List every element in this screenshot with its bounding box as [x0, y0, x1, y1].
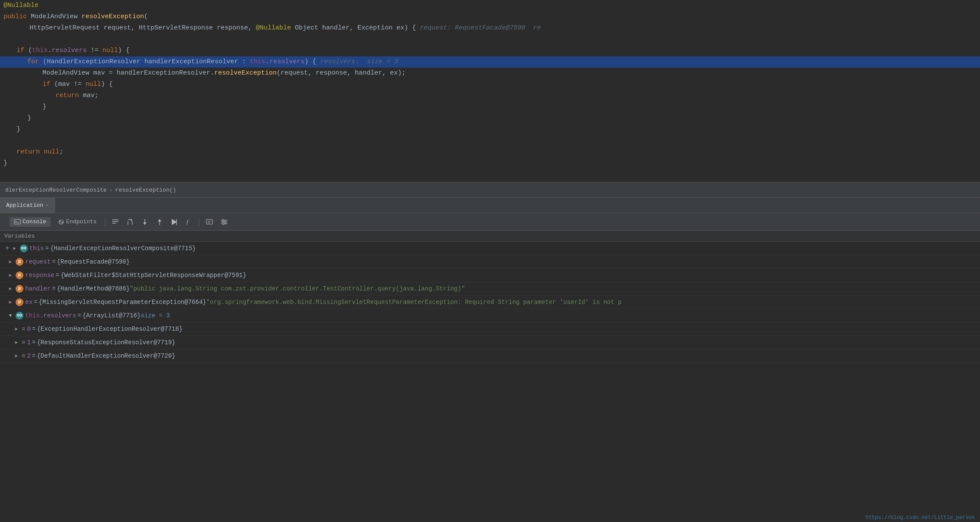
var-row-resolver-0[interactable]: ▶ ≡ 0 = {ExceptionHandlerExceptionResolv… [0, 323, 980, 336]
application-tab-close[interactable]: × [46, 203, 49, 208]
application-tab[interactable]: Application × [0, 198, 55, 213]
toolbar-divider-2 [199, 217, 199, 227]
breadcrumb: dlerExceptionResolverComposite › resolve… [0, 182, 980, 198]
step-over-button[interactable] [124, 217, 136, 227]
settings-button[interactable] [218, 217, 230, 227]
var-icon-ex: p [16, 298, 23, 306]
status-link: https://blog.csdn.net/Little_person [860, 513, 980, 522]
variables-header: Variables [0, 231, 980, 242]
expand-response-button[interactable]: ▶ [7, 272, 14, 279]
expand-handler-button[interactable]: ▶ [7, 285, 14, 292]
code-line-3: HttpServletRequest request, HttpServletR… [0, 23, 980, 34]
variables-panel: + ▶ oo this = {HandlerExceptionResolverC… [0, 242, 980, 522]
var-row-this-resolvers[interactable]: ▼ oo this.resolvers = {ArrayList@7716} s… [0, 309, 980, 323]
endpoints-icon [58, 219, 65, 225]
expand-this-button[interactable]: ▶ [11, 245, 18, 252]
expand-resolver-2-button[interactable]: ▶ [13, 352, 20, 359]
svg-marker-14 [172, 219, 177, 225]
svg-point-25 [222, 223, 224, 225]
console-tab[interactable]: Console [10, 217, 51, 227]
code-line-7: ModelAndView mav = handlerExceptionResol… [0, 68, 980, 79]
expand-request-button[interactable]: ▶ [7, 258, 14, 265]
add-watch-icon[interactable]: + [3, 244, 11, 253]
svg-marker-13 [158, 219, 161, 222]
toolbar-divider-1 [105, 217, 105, 227]
code-editor: @Nullable public ModelAndView resolveExc… [0, 0, 980, 182]
code-line-14: return null; [0, 147, 980, 158]
breadcrumb-separator: › [109, 187, 113, 193]
var-icon-resolver-0: ≡ [22, 324, 25, 334]
var-icon-resolvers: oo [16, 312, 23, 320]
code-line-11: } [0, 113, 980, 124]
application-tab-label: Application [6, 202, 43, 209]
code-line-5: if (this.resolvers != null) { [0, 45, 980, 56]
var-row-request[interactable]: ▶ p request = {RequestFacade@7590} [0, 255, 980, 269]
var-row-handler[interactable]: ▶ p handler = {HandlerMethod@7686} "publ… [0, 282, 980, 296]
code-line-9: return mav; [0, 90, 980, 101]
var-icon-response: p [16, 271, 23, 279]
var-row-this[interactable]: + ▶ oo this = {HandlerExceptionResolverC… [0, 242, 980, 255]
endpoints-tab[interactable]: Endpoints [53, 217, 101, 227]
svg-marker-7 [131, 219, 132, 222]
expand-resolver-0-button[interactable]: ▶ [13, 326, 20, 333]
var-icon-resolver-2: ≡ [22, 351, 25, 361]
code-line-12: } [0, 124, 980, 135]
breadcrumb-method: resolveException() [115, 187, 176, 193]
evaluate-expression-button[interactable]: ƒ [183, 217, 195, 227]
run-to-cursor-button[interactable] [168, 217, 180, 227]
var-icon-resolver-1: ≡ [22, 338, 25, 347]
svg-rect-0 [14, 219, 20, 224]
svg-text:ƒ: ƒ [186, 219, 189, 225]
collapse-resolvers-button[interactable]: ▼ [7, 312, 14, 319]
svg-point-23 [222, 219, 224, 221]
code-line-15: } [0, 158, 980, 169]
svg-rect-17 [206, 219, 212, 224]
var-row-resolver-1[interactable]: ▶ ≡ 1 = {ResponseStatusExceptionResolver… [0, 336, 980, 349]
code-line-2: public ModelAndView resolveException( [0, 11, 980, 23]
application-tab-bar: Application × [0, 198, 980, 213]
var-icon-request: p [16, 258, 23, 266]
var-row-resolver-2[interactable]: ▶ ≡ 2 = {DefaultHandlerExceptionResolver… [0, 349, 980, 363]
code-line-1: @Nullable [0, 0, 980, 11]
code-line-6: for (HandlerExceptionResolver handlerExc… [0, 56, 980, 68]
code-line-8: if (mav != null) { [0, 79, 980, 90]
console-icon [14, 219, 21, 225]
var-icon-handler: p [16, 285, 23, 293]
step-into-button[interactable] [139, 217, 151, 227]
svg-point-24 [224, 221, 226, 223]
var-icon-this: oo [20, 245, 28, 252]
var-row-response[interactable]: ▶ p response = {WebStatFilter$StatHttpSe… [0, 269, 980, 282]
expand-resolver-1-button[interactable]: ▶ [13, 339, 20, 346]
var-row-ex[interactable]: ▶ p ex = {MissingServletRequestParameter… [0, 296, 980, 309]
endpoints-tab-label: Endpoints [66, 219, 97, 225]
code-line-10: } [0, 101, 980, 113]
debugger-toolbar: Console Endpoints [0, 213, 980, 231]
code-line-13 [0, 135, 980, 147]
expand-ex-button[interactable]: ▶ [7, 299, 14, 306]
console-tab-label: Console [23, 219, 46, 225]
code-line-4 [0, 34, 980, 45]
clear-button[interactable] [109, 217, 121, 227]
step-out-button[interactable] [154, 217, 166, 227]
watch-button[interactable] [203, 217, 216, 227]
breadcrumb-class: dlerExceptionResolverComposite [5, 187, 107, 193]
svg-marker-11 [143, 222, 147, 225]
